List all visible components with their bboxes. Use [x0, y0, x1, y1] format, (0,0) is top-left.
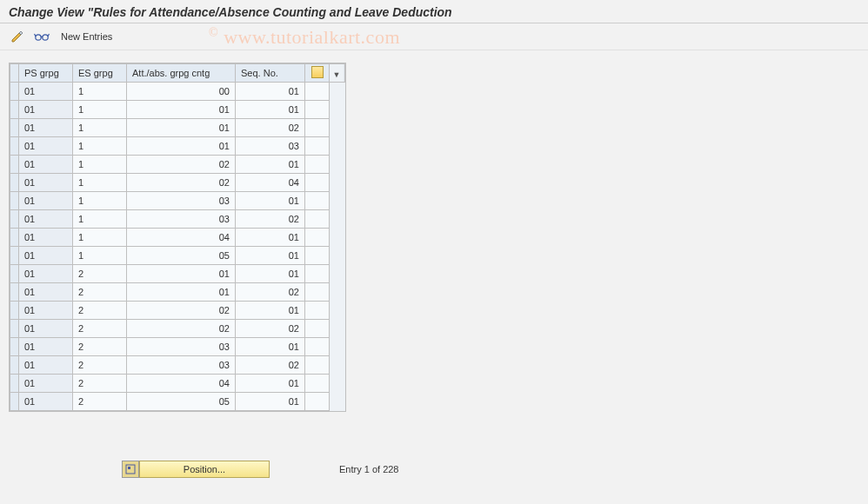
cell-es[interactable]: 2: [73, 320, 127, 338]
cell-seq[interactable]: 01: [236, 375, 305, 393]
cell-seq[interactable]: 01: [236, 302, 305, 320]
cell-es[interactable]: 1: [73, 119, 127, 137]
cell-att[interactable]: 04: [127, 375, 236, 393]
table-row[interactable]: 0110301: [10, 192, 345, 210]
cell-es[interactable]: 1: [73, 174, 127, 192]
col-header-seq[interactable]: Seq. No.: [236, 64, 305, 83]
new-entries-button[interactable]: New Entries: [57, 30, 116, 43]
cell-es[interactable]: 1: [73, 210, 127, 229]
row-select-cell[interactable]: [10, 393, 19, 411]
cell-att[interactable]: 04: [127, 229, 236, 247]
cell-att[interactable]: 03: [127, 338, 236, 356]
row-select-cell[interactable]: [10, 302, 19, 320]
cell-ps[interactable]: 01: [19, 375, 73, 393]
cell-es[interactable]: 2: [73, 356, 127, 375]
row-select-cell[interactable]: [10, 137, 19, 156]
cell-att[interactable]: 02: [127, 302, 236, 320]
table-row[interactable]: 0110501: [10, 247, 345, 265]
cell-ps[interactable]: 01: [19, 192, 73, 210]
cell-es[interactable]: 1: [73, 229, 127, 247]
cell-att[interactable]: 02: [127, 174, 236, 192]
cell-seq[interactable]: 01: [236, 83, 305, 101]
row-select-cell[interactable]: [10, 338, 19, 356]
table-row[interactable]: 0120301: [10, 338, 345, 356]
cell-es[interactable]: 2: [73, 393, 127, 411]
scrollbar[interactable]: ▲ ▼ ▲ ▼: [330, 64, 345, 83]
cell-es[interactable]: 1: [73, 83, 127, 101]
cell-seq[interactable]: 01: [236, 229, 305, 247]
row-select-cell[interactable]: [10, 283, 19, 302]
table-row[interactable]: 0110401: [10, 229, 345, 247]
cell-es[interactable]: 1: [73, 101, 127, 119]
toggle-change-icon[interactable]: [9, 29, 26, 44]
cell-att[interactable]: 01: [127, 283, 236, 302]
cell-seq[interactable]: 04: [236, 174, 305, 192]
table-row[interactable]: 0120101: [10, 265, 345, 283]
cell-es[interactable]: 2: [73, 265, 127, 283]
cell-att[interactable]: 03: [127, 192, 236, 210]
cell-att[interactable]: 05: [127, 247, 236, 265]
cell-seq[interactable]: 02: [236, 210, 305, 229]
position-icon[interactable]: [122, 461, 139, 478]
row-select-cell[interactable]: [10, 83, 19, 101]
table-row[interactable]: 0120202: [10, 320, 345, 338]
cell-es[interactable]: 2: [73, 283, 127, 302]
cell-att[interactable]: 03: [127, 210, 236, 229]
cell-ps[interactable]: 01: [19, 265, 73, 283]
table-row[interactable]: 0120401: [10, 375, 345, 393]
row-select-cell[interactable]: [10, 356, 19, 375]
cell-seq[interactable]: 01: [236, 101, 305, 119]
cell-es[interactable]: 2: [73, 302, 127, 320]
cell-seq[interactable]: 01: [236, 265, 305, 283]
cell-att[interactable]: 02: [127, 320, 236, 338]
row-select-cell[interactable]: [10, 119, 19, 137]
glasses-overview-icon[interactable]: [33, 29, 50, 44]
scroll-down-arrow[interactable]: ▼: [330, 68, 344, 82]
cell-att[interactable]: 01: [127, 119, 236, 137]
table-row[interactable]: 0110302: [10, 210, 345, 229]
table-row[interactable]: 0110103: [10, 137, 345, 156]
cell-att[interactable]: 03: [127, 356, 236, 375]
col-header-att[interactable]: Att./abs. grpg cntg: [127, 64, 236, 83]
row-select-cell[interactable]: [10, 265, 19, 283]
row-select-cell[interactable]: [10, 320, 19, 338]
cell-ps[interactable]: 01: [19, 393, 73, 411]
cell-seq[interactable]: 01: [236, 156, 305, 174]
cell-att[interactable]: 01: [127, 137, 236, 156]
col-header-es[interactable]: ES grpg: [73, 64, 127, 83]
table-row[interactable]: 0110001: [10, 83, 345, 101]
cell-seq[interactable]: 02: [236, 356, 305, 375]
cell-es[interactable]: 2: [73, 338, 127, 356]
row-select-cell[interactable]: [10, 210, 19, 229]
cell-es[interactable]: 1: [73, 156, 127, 174]
cell-es[interactable]: 1: [73, 192, 127, 210]
cell-ps[interactable]: 01: [19, 338, 73, 356]
cell-seq[interactable]: 01: [236, 393, 305, 411]
cell-seq[interactable]: 01: [236, 247, 305, 265]
cell-seq[interactable]: 03: [236, 137, 305, 156]
row-select-cell[interactable]: [10, 101, 19, 119]
position-button[interactable]: Position...: [139, 461, 270, 478]
cell-ps[interactable]: 01: [19, 137, 73, 156]
cell-seq[interactable]: 02: [236, 119, 305, 137]
row-select-cell[interactable]: [10, 375, 19, 393]
cell-att[interactable]: 02: [127, 156, 236, 174]
cell-es[interactable]: 1: [73, 247, 127, 265]
cell-ps[interactable]: 01: [19, 356, 73, 375]
cell-ps[interactable]: 01: [19, 247, 73, 265]
cell-ps[interactable]: 01: [19, 156, 73, 174]
table-row[interactable]: 0110101: [10, 101, 345, 119]
table-row[interactable]: 0110201: [10, 156, 345, 174]
cell-ps[interactable]: 01: [19, 302, 73, 320]
cell-seq[interactable]: 01: [236, 192, 305, 210]
table-row[interactable]: 0110204: [10, 174, 345, 192]
cell-ps[interactable]: 01: [19, 119, 73, 137]
cell-ps[interactable]: 01: [19, 83, 73, 101]
cell-ps[interactable]: 01: [19, 174, 73, 192]
cell-att[interactable]: 01: [127, 265, 236, 283]
cell-ps[interactable]: 01: [19, 320, 73, 338]
row-select-cell[interactable]: [10, 229, 19, 247]
cell-seq[interactable]: 02: [236, 320, 305, 338]
table-row[interactable]: 0120501: [10, 393, 345, 411]
row-select-cell[interactable]: [10, 247, 19, 265]
